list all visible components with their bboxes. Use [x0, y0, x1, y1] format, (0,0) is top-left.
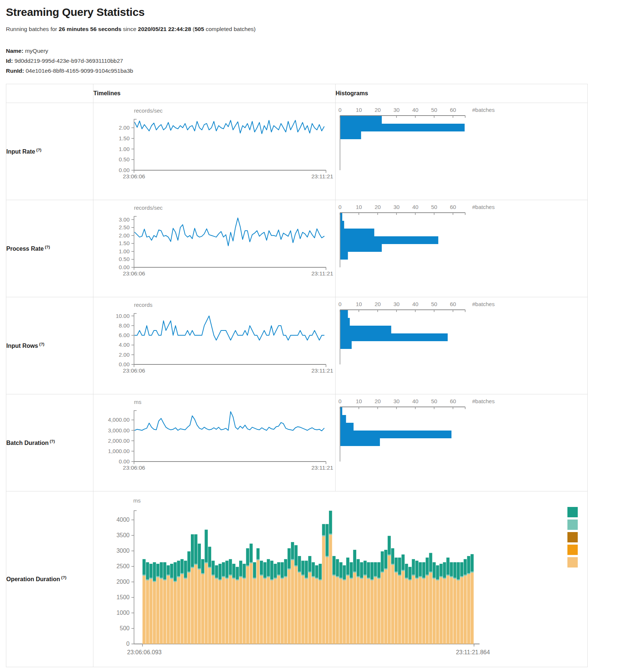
legend-swatch-light-teal [567, 520, 578, 530]
svg-text:1,000.00: 1,000.00 [108, 448, 130, 454]
batch-duration-row: Batch Duration(?) ms4,000.003,000.002,00… [6, 394, 588, 491]
svg-text:23:06:06: 23:06:06 [123, 270, 145, 277]
svg-text:10: 10 [356, 398, 362, 404]
input-rows-histogram-chart: 0102030405060#batches [336, 297, 587, 393]
batches-suffix: completed batches) [204, 26, 256, 32]
process-rate-histogram-chart: 0102030405060#batches [336, 200, 587, 296]
svg-text:0.50: 0.50 [119, 256, 130, 262]
row-label-text: Input Rate [6, 148, 35, 155]
help-icon[interactable]: (?) [39, 342, 44, 346]
help-icon[interactable]: (?) [61, 575, 66, 580]
operation-duration-legend [567, 507, 578, 568]
query-runid-line: RunId: 04e101e6-8bf8-4165-9099-9104c951b… [6, 66, 619, 76]
help-icon[interactable]: (?) [45, 245, 50, 249]
input-rate-row: Input Rate(?) records/sec2.001.501.000.5… [6, 103, 588, 200]
since-word: since [121, 26, 138, 32]
input-rows-timeline-chart: records10.008.006.004.002.000.0023:06:06… [93, 297, 335, 393]
svg-text:40: 40 [412, 204, 419, 210]
row-label-operation-duration: Operation Duration(?) [6, 491, 93, 667]
svg-text:30: 30 [394, 398, 400, 404]
svg-text:20: 20 [375, 301, 381, 307]
running-duration: 26 minutes 56 seconds [59, 26, 121, 32]
svg-text:10: 10 [356, 204, 362, 210]
svg-text:0.00: 0.00 [119, 264, 130, 270]
row-label-text: Process Rate [6, 246, 44, 252]
help-icon[interactable]: (?) [50, 439, 55, 443]
svg-text:8.00: 8.00 [119, 322, 130, 329]
query-name-line: Name: myQuery [6, 46, 619, 56]
input-rows-row: Input Rows(?) records10.008.006.004.002.… [6, 297, 588, 394]
svg-text:2.00: 2.00 [119, 232, 130, 239]
query-metadata: Name: myQuery Id: 9d0dd219-995d-423e-b97… [6, 46, 619, 76]
completed-batches-count: 505 [195, 26, 204, 32]
svg-text:0.50: 0.50 [119, 156, 130, 162]
svg-text:0: 0 [339, 398, 341, 404]
svg-text:40: 40 [412, 107, 419, 113]
row-label-process-rate: Process Rate(?) [6, 200, 93, 297]
svg-text:records/sec: records/sec [134, 107, 163, 114]
batch-duration-timeline-cell: ms4,000.003,000.002,000.001,000.000.0023… [93, 394, 336, 491]
svg-text:1.50: 1.50 [119, 240, 130, 246]
name-value: myQuery [23, 48, 48, 54]
svg-text:20: 20 [375, 398, 381, 404]
svg-text:2.50: 2.50 [119, 224, 130, 230]
row-label-batch-duration: Batch Duration(?) [6, 394, 93, 491]
svg-text:6.00: 6.00 [119, 332, 130, 338]
timelines-column-header: Timelines [93, 84, 336, 103]
input-rate-histogram-chart: 0102030405060#batches [336, 103, 587, 199]
svg-text:60: 60 [450, 301, 456, 307]
svg-text:50: 50 [431, 301, 437, 307]
svg-text:23:11:21: 23:11:21 [311, 173, 333, 179]
svg-text:0: 0 [339, 204, 341, 210]
streaming-query-statistics-page: Streaming Query Statistics Running batch… [0, 0, 625, 672]
process-rate-timeline-chart: records/sec3.002.502.001.501.000.500.002… [93, 200, 335, 296]
svg-text:0: 0 [126, 641, 130, 647]
operation-duration-stacked-chart: ms4000350030002500200015001000500023:06:… [93, 491, 587, 666]
id-value: 9d0dd219-995d-423e-b97d-36931110bb27 [13, 58, 123, 64]
svg-text:23:06:06: 23:06:06 [123, 367, 145, 374]
empty-header-cell [6, 84, 93, 103]
query-id-line: Id: 9d0dd219-995d-423e-b97d-36931110bb27 [6, 56, 619, 66]
open-paren: ( [191, 26, 195, 32]
svg-text:ms: ms [133, 497, 141, 504]
svg-text:23:11:21: 23:11:21 [311, 270, 333, 277]
svg-text:40: 40 [412, 398, 419, 404]
row-label-text: Operation Duration [6, 576, 60, 583]
svg-text:3000: 3000 [116, 548, 130, 554]
legend-swatch-tan [567, 557, 578, 568]
svg-text:20: 20 [375, 204, 381, 210]
svg-text:3,000.00: 3,000.00 [108, 427, 130, 433]
svg-text:2.00: 2.00 [119, 352, 130, 358]
svg-text:2.00: 2.00 [119, 124, 130, 131]
running-batches-summary: Running batches for 26 minutes 56 second… [6, 26, 619, 32]
process-rate-row: Process Rate(?) records/sec3.002.502.001… [6, 200, 588, 297]
batch-duration-timeline-chart: ms4,000.003,000.002,000.001,000.000.0023… [93, 394, 335, 490]
svg-text:10: 10 [356, 301, 362, 307]
svg-text:1.00: 1.00 [119, 248, 130, 254]
svg-text:1000: 1000 [116, 610, 130, 616]
svg-text:60: 60 [450, 204, 456, 210]
input-rate-timeline-chart: records/sec2.001.501.000.500.0023:06:062… [93, 103, 335, 199]
operation-duration-chart-cell: ms4000350030002500200015001000500023:06:… [93, 491, 588, 667]
svg-text:1.50: 1.50 [119, 135, 130, 141]
row-label-input-rate: Input Rate(?) [6, 103, 93, 200]
start-time: 2020/05/21 22:44:28 [138, 26, 191, 32]
input-rows-timeline-cell: records10.008.006.004.002.000.0023:06:06… [93, 297, 336, 394]
input-rate-histogram-cell: 0102030405060#batches [336, 103, 588, 200]
svg-text:#batches: #batches [472, 204, 495, 210]
svg-text:2000: 2000 [116, 579, 130, 585]
svg-text:23:11:21: 23:11:21 [311, 464, 333, 471]
svg-text:50: 50 [431, 398, 437, 404]
process-rate-histogram-cell: 0102030405060#batches [336, 200, 588, 297]
row-label-text: Input Rows [6, 343, 38, 349]
legend-swatch-dark-amber [567, 532, 578, 542]
svg-text:60: 60 [450, 398, 456, 404]
runid-label: RunId: [6, 68, 24, 74]
histograms-column-header: Histograms [336, 84, 588, 103]
svg-text:50: 50 [431, 204, 437, 210]
svg-text:0: 0 [339, 301, 341, 307]
svg-text:4,000.00: 4,000.00 [108, 416, 130, 423]
svg-text:23:06:06: 23:06:06 [123, 464, 145, 471]
help-icon[interactable]: (?) [36, 148, 41, 152]
svg-text:1500: 1500 [116, 594, 130, 600]
